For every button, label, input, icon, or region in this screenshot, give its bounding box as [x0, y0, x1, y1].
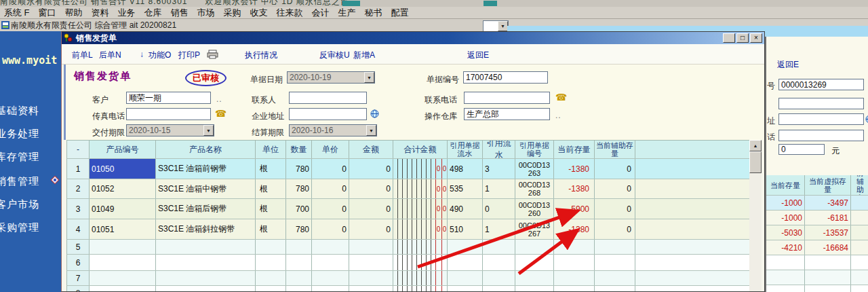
- table-row[interactable]: 1 01050 S3C1E 油箱前钢带 根 780 0 0 00 498 3 0…: [66, 159, 749, 179]
- chevron-down-icon[interactable]: ▼: [498, 21, 508, 31]
- menu-item-sales[interactable]: 销售: [170, 7, 190, 19]
- cell-stock[interactable]: -1000: [766, 196, 805, 210]
- doc-no-field[interactable]: [463, 71, 548, 84]
- deliver-deadline-value[interactable]: [127, 125, 203, 136]
- cell-rownum[interactable]: 7: [67, 271, 90, 285]
- next-doc-button[interactable]: 后单N: [99, 50, 121, 61]
- menu-item-business[interactable]: 业务: [117, 7, 137, 19]
- cell-product-code[interactable]: 01052: [90, 179, 156, 198]
- doc-no-input[interactable]: [464, 72, 547, 83]
- table-row[interactable]: [766, 255, 868, 270]
- phone-input[interactable]: [465, 92, 549, 103]
- cell-aux-stock[interactable]: 0: [595, 159, 635, 179]
- fax-field[interactable]: [126, 108, 211, 120]
- customer-field[interactable]: [126, 92, 211, 104]
- menu-item-production[interactable]: 生产: [337, 7, 357, 19]
- unapprove-button[interactable]: 反审核U: [319, 50, 350, 61]
- cell-total-ledger[interactable]: 00: [393, 159, 448, 179]
- empty-field-1[interactable]: [778, 98, 864, 109]
- cell-qty[interactable]: 780: [286, 179, 312, 198]
- cell-aux-stock[interactable]: 0: [595, 199, 635, 219]
- cell-amount[interactable]: 0: [349, 159, 393, 179]
- cell-total-ledger[interactable]: 00: [393, 219, 448, 239]
- cell-ref-no[interactable]: 00C0D13260: [515, 199, 554, 219]
- menu-item-accounts[interactable]: 往来款: [275, 7, 304, 19]
- cell-product-code[interactable]: 01051: [90, 219, 156, 239]
- cell-amount[interactable]: 0: [349, 199, 393, 219]
- warehouse-input[interactable]: [465, 109, 549, 120]
- cell-aux[interactable]: [851, 225, 868, 240]
- cell-ref-flow[interactable]: 535: [448, 179, 483, 198]
- sidebar-item-basic-data[interactable]: 基础资料: [0, 105, 39, 117]
- vertical-scrollbar[interactable]: ▲: [749, 140, 762, 292]
- cell-amount[interactable]: 0: [349, 219, 393, 239]
- menu-item-purchase[interactable]: 采购: [222, 7, 243, 19]
- menu-item-data[interactable]: 资料: [90, 7, 111, 19]
- contact-field[interactable]: [289, 92, 367, 104]
- table-row[interactable]: 2 01052 S3C1E 油箱中钢带 根 780 0 0 00 535 1 0…: [66, 179, 749, 199]
- table-row[interactable]: -1000 -3497: [766, 196, 868, 211]
- menu-item-payments[interactable]: 收支: [249, 7, 269, 19]
- sidebar-item-customers[interactable]: 客户市场: [0, 198, 39, 211]
- cell-filler[interactable]: [635, 199, 749, 219]
- cell-rownum[interactable]: 4: [67, 219, 90, 239]
- cell-total-ledger[interactable]: [393, 240, 448, 254]
- table-row[interactable]: [766, 285, 868, 292]
- chevron-down-icon[interactable]: ▼: [203, 125, 214, 136]
- printer-icon[interactable]: [207, 50, 218, 59]
- sidebar-item-purchasing[interactable]: 采购管理: [0, 221, 39, 234]
- zoom-combobox[interactable]: ▼: [483, 20, 509, 32]
- doc-number-input[interactable]: [779, 79, 863, 90]
- menu-item-window[interactable]: 窗口: [37, 7, 58, 19]
- chevron-down-icon[interactable]: ▼: [366, 125, 376, 136]
- menu-item-market[interactable]: 市场: [196, 7, 216, 19]
- settle-deadline-value[interactable]: [290, 125, 366, 136]
- sidebar-item-inventory[interactable]: 库存管理: [0, 151, 39, 164]
- cell-current-stock[interactable]: -1380: [554, 179, 595, 198]
- cell-price[interactable]: 0: [312, 179, 349, 198]
- phone-icon[interactable]: ☎: [215, 109, 226, 118]
- cell-rownum[interactable]: 1: [67, 159, 90, 179]
- cell-filler[interactable]: [635, 179, 749, 198]
- cell-virtual[interactable]: -16684: [805, 240, 851, 255]
- cell-virtual[interactable]: -6181: [805, 211, 851, 225]
- table-row[interactable]: 6: [66, 255, 749, 271]
- cell-total-ledger[interactable]: 00: [393, 199, 448, 219]
- address-input[interactable]: [779, 114, 863, 124]
- cell-rownum[interactable]: 5: [67, 240, 90, 254]
- cell-unit[interactable]: 根: [256, 179, 286, 198]
- cell-price[interactable]: 0: [312, 199, 349, 219]
- cell-total-ledger[interactable]: [393, 286, 448, 292]
- chevron-down-icon[interactable]: ▼: [364, 72, 374, 83]
- address-input[interactable]: [290, 109, 366, 120]
- scrollbar-thumb[interactable]: [749, 151, 762, 173]
- cell-product-name[interactable]: S3C1E 油箱前钢带: [156, 159, 256, 179]
- menu-item-config[interactable]: 配置: [390, 7, 410, 19]
- table-row[interactable]: 7: [66, 271, 749, 286]
- cell-ref-no[interactable]: 00C0D13268: [515, 179, 554, 198]
- cell-stock[interactable]: -4210: [766, 240, 805, 255]
- cell-unit[interactable]: 根: [256, 199, 286, 219]
- phone-field[interactable]: [778, 130, 864, 141]
- combo-value[interactable]: [484, 21, 498, 31]
- cell-flow[interactable]: 3: [483, 159, 515, 179]
- cell-rownum[interactable]: 2: [67, 179, 90, 198]
- functions-button[interactable]: 功能O: [149, 50, 171, 61]
- cell-ref-flow[interactable]: 510: [448, 219, 483, 239]
- contact-input[interactable]: [290, 92, 366, 103]
- execution-status-button[interactable]: 执行情况: [245, 50, 277, 61]
- cell-unit[interactable]: 根: [256, 219, 286, 239]
- print-button[interactable]: 打印P: [178, 50, 200, 61]
- cell-aux-stock[interactable]: 0: [595, 219, 635, 239]
- amount-field[interactable]: [778, 144, 825, 155]
- doc-number-field[interactable]: [778, 79, 864, 90]
- empty-input-1[interactable]: [779, 98, 863, 109]
- close-icon[interactable]: ×: [750, 33, 762, 43]
- dialog-titlebar[interactable]: 销售发货单 □ ×: [62, 32, 764, 44]
- cell-total-ledger[interactable]: 00: [393, 179, 448, 198]
- scroll-up-icon[interactable]: ▲: [749, 140, 762, 151]
- cell-stock[interactable]: -1000: [766, 211, 805, 225]
- date-value[interactable]: [288, 72, 364, 83]
- maximize-button[interactable]: □: [736, 33, 749, 43]
- prev-doc-button[interactable]: 前单L: [72, 50, 93, 61]
